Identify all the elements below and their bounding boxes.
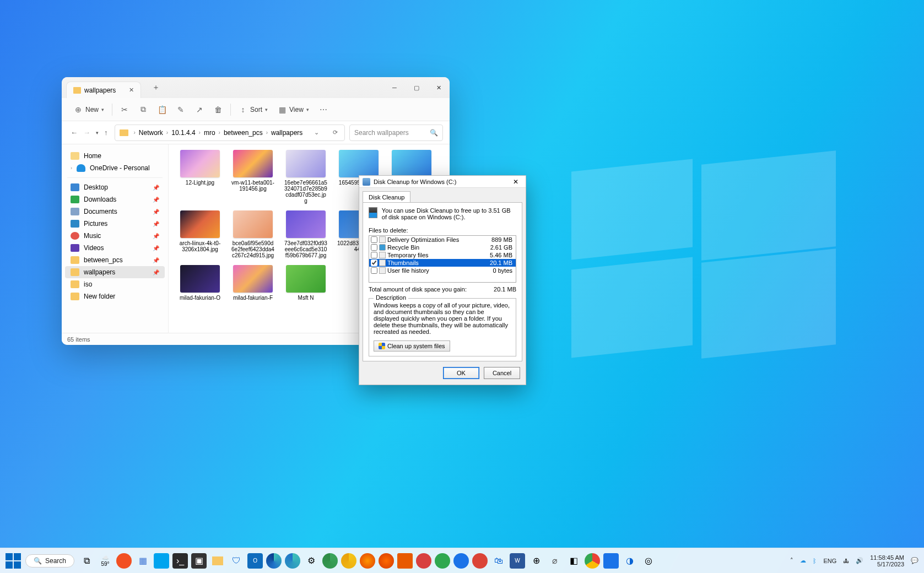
sort-button[interactable]: ↕ Sort ▾ <box>234 103 272 116</box>
task-view-button[interactable]: ⧉ <box>79 553 94 569</box>
weather-widget[interactable]: ☁️59° <box>98 553 113 569</box>
taskbar-search[interactable]: 🔍 Search <box>25 554 74 567</box>
app-icon[interactable] <box>397 553 413 569</box>
app-icon[interactable]: ▦ <box>135 553 150 569</box>
cleanup-checkbox[interactable] <box>371 252 377 258</box>
app-icon[interactable] <box>453 553 469 569</box>
ok-button[interactable]: OK <box>443 367 479 379</box>
edge-beta-icon[interactable] <box>285 553 300 569</box>
file-item[interactable]: milad-fakurian-O <box>179 265 221 301</box>
refresh-button[interactable]: ⟳ <box>331 129 340 136</box>
cleanup-item[interactable]: User file history0 bytes <box>369 267 516 274</box>
cleanup-item[interactable]: Delivery Optimization Files889 MB <box>369 236 516 244</box>
clean-up-system-files-button[interactable]: Clean up system files <box>374 340 450 352</box>
cleanup-checkbox[interactable] <box>371 244 377 251</box>
nav-videos[interactable]: Videos📌 <box>65 242 165 254</box>
file-item[interactable]: arch-liinux-4k-t0-3206x1804.jpg <box>179 210 221 258</box>
close-dialog-button[interactable]: ✕ <box>509 178 522 186</box>
edge-canary-icon[interactable] <box>341 553 356 569</box>
view-button[interactable]: ▦ View ▾ <box>273 103 314 116</box>
nav-downloads[interactable]: Downloads📌 <box>65 193 165 206</box>
settings-icon[interactable]: ⚙ <box>304 553 319 569</box>
nav-documents[interactable]: Documents📌 <box>65 206 165 218</box>
app-icon[interactable] <box>603 553 619 569</box>
file-item[interactable]: vm-w11-beta001-191456.jpg <box>231 150 274 204</box>
explorer-titlebar[interactable]: wallpapers ✕ ＋ ─ ▢ ✕ <box>62 77 450 98</box>
notifications-icon[interactable]: 💬 <box>911 557 918 564</box>
cleanup-item[interactable]: Thumbnails20.1 MB <box>369 259 516 267</box>
taskbar-clock[interactable]: 11:58:45 AM 5/17/2023 <box>870 554 904 567</box>
network-icon[interactable]: 🖧 <box>843 558 849 564</box>
breadcrumb[interactable]: › Network› 10.1.4.4› mro› between_pcs› w… <box>115 125 345 141</box>
more-button[interactable]: ⋯ <box>315 103 332 116</box>
nav-between-pcs[interactable]: between_pcs📌 <box>65 254 165 266</box>
forward-button[interactable]: → <box>83 128 90 137</box>
volume-icon[interactable]: 🔊 <box>856 557 863 564</box>
app-icon[interactable] <box>154 553 169 569</box>
search-input[interactable]: Search wallpapers 🔍 <box>349 125 443 141</box>
nav-music[interactable]: Music📌 <box>65 230 165 242</box>
recent-dropdown[interactable]: ▾ <box>96 130 99 136</box>
path-dropdown[interactable]: ⌄ <box>312 129 321 136</box>
app-icon[interactable]: ◧ <box>566 553 581 569</box>
new-button[interactable]: ⊕ New ▾ <box>69 103 109 116</box>
file-item[interactable]: 12-Light.jpg <box>179 150 221 204</box>
file-item[interactable]: Msft N <box>284 265 327 301</box>
back-button[interactable]: ← <box>71 128 78 137</box>
word-icon[interactable]: W <box>510 553 525 569</box>
share-button[interactable]: ↗ <box>191 103 208 116</box>
rename-button[interactable]: ✎ <box>172 103 190 116</box>
cleanup-item[interactable]: Temporary files5.46 MB <box>369 251 516 259</box>
app-icon[interactable]: ⌀ <box>547 553 563 569</box>
cleanup-checkbox[interactable] <box>371 267 377 274</box>
nav-wallpapers[interactable]: wallpapers📌 <box>65 266 165 278</box>
minimize-button[interactable]: ─ <box>383 77 406 98</box>
copy-button[interactable]: ⧉ <box>134 103 152 116</box>
tab-disk-cleanup[interactable]: Disk Cleanup <box>363 191 410 202</box>
file-explorer-icon[interactable] <box>210 553 225 569</box>
cleanup-item[interactable]: Recycle Bin2.61 GB <box>369 244 516 251</box>
app-icon[interactable] <box>116 553 132 569</box>
nav-onedrive[interactable]: ›OneDrive - Personal <box>65 162 165 174</box>
defender-icon[interactable]: 🛡 <box>229 553 244 569</box>
firefox-icon[interactable] <box>360 553 375 569</box>
tray-chevron-icon[interactable]: ˄ <box>790 557 793 564</box>
edge-icon[interactable] <box>266 553 282 569</box>
nav-new-folder[interactable]: New folder <box>65 290 165 302</box>
nav-iso[interactable]: iso <box>65 278 165 290</box>
file-item[interactable]: milad-fakurian-F <box>231 265 274 301</box>
cleanup-checkbox[interactable] <box>371 236 377 243</box>
app-icon[interactable]: ◎ <box>641 553 656 569</box>
chrome-icon[interactable] <box>585 553 600 569</box>
app-icon[interactable] <box>435 553 450 569</box>
outlook-icon[interactable]: O <box>247 553 263 569</box>
nav-home[interactable]: Home <box>65 150 165 162</box>
paste-button[interactable]: 📋 <box>153 103 171 116</box>
explorer-tab[interactable]: wallpapers ✕ <box>66 82 141 98</box>
nav-pictures[interactable]: Pictures📌 <box>65 218 165 230</box>
app-icon[interactable] <box>416 553 431 569</box>
dialog-titlebar[interactable]: Disk Cleanup for Windows (C:) ✕ <box>359 176 526 188</box>
file-item[interactable]: 16ebe7e96661a5324071d7e285b9cdadf07d53ec… <box>284 150 327 204</box>
bluetooth-icon[interactable]: ᛒ <box>813 558 817 564</box>
cleanup-checkbox[interactable] <box>371 260 377 266</box>
file-item[interactable]: 73ee7df032f0d93eee6c6cad5e310f59b679b677… <box>284 210 327 258</box>
delete-button[interactable]: 🗑 <box>209 103 227 116</box>
up-button[interactable]: ↑ <box>104 128 108 137</box>
language-indicator[interactable]: ENG <box>823 558 836 564</box>
app-icon[interactable] <box>472 553 488 569</box>
maximize-button[interactable]: ▢ <box>406 77 428 98</box>
app-icon[interactable]: ›_ <box>172 553 188 569</box>
start-button[interactable] <box>6 553 21 569</box>
cut-button[interactable]: ✂ <box>116 103 133 116</box>
app-icon[interactable]: ⊕ <box>528 553 544 569</box>
file-item[interactable]: bce0a6f95e590d6e2feef6423dda4c267c24d915… <box>231 210 274 258</box>
edge-dev-icon[interactable] <box>322 553 338 569</box>
close-window-button[interactable]: ✕ <box>428 77 450 98</box>
close-tab-icon[interactable]: ✕ <box>129 87 134 94</box>
app-icon[interactable]: ◑ <box>622 553 637 569</box>
files-to-delete-list[interactable]: Delivery Optimization Files889 MBRecycle… <box>369 235 516 283</box>
new-tab-button[interactable]: ＋ <box>149 83 163 93</box>
nav-desktop[interactable]: Desktop📌 <box>65 181 165 193</box>
terminal-icon[interactable]: ▣ <box>191 553 207 569</box>
